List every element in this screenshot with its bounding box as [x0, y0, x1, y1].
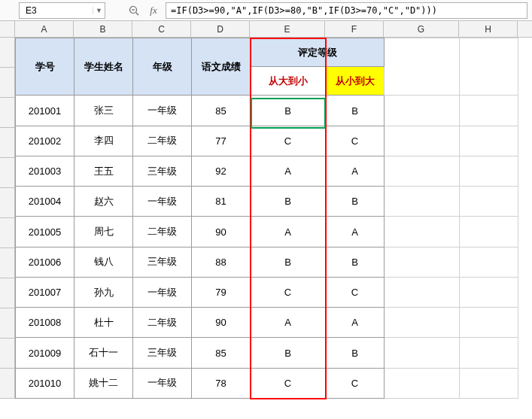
cell-E7[interactable]: A — [251, 217, 326, 247]
cell-empty[interactable] — [385, 187, 460, 217]
cell-empty[interactable] — [460, 187, 518, 217]
cell-grade[interactable]: 二年级 — [133, 308, 192, 338]
cell-empty[interactable] — [460, 126, 518, 156]
cell-empty[interactable] — [385, 247, 460, 277]
cell-id[interactable]: 201004 — [16, 187, 74, 217]
fx-icon[interactable]: fx — [147, 5, 160, 17]
cell-score[interactable]: 90 — [192, 217, 251, 247]
cell-grade[interactable]: 三年级 — [133, 156, 192, 186]
cell-E10[interactable]: A — [251, 308, 326, 338]
header-grade[interactable]: 年级 — [133, 38, 192, 96]
cell-id[interactable]: 201010 — [16, 368, 74, 398]
col-header-F[interactable]: F — [325, 21, 384, 37]
header-name[interactable]: 学生姓名 — [74, 38, 133, 96]
row-header-2[interactable] — [0, 68, 14, 98]
formula-input[interactable]: =IF(D3>=90,"A",IF(D3>=80,"B",IF(D3>=70,"… — [166, 2, 527, 19]
row-header-5[interactable] — [0, 158, 14, 188]
row-header-7[interactable] — [0, 218, 14, 248]
cell-empty[interactable] — [385, 217, 460, 247]
cell-E6[interactable]: B — [251, 187, 326, 217]
cell-score[interactable]: 92 — [192, 156, 251, 186]
cell-name[interactable]: 张三 — [74, 96, 133, 126]
cell-empty[interactable] — [385, 308, 460, 338]
col-header-A[interactable]: A — [15, 21, 74, 37]
cell-empty[interactable] — [385, 156, 460, 186]
cell-score[interactable]: 81 — [192, 187, 251, 217]
cell-empty[interactable] — [460, 247, 518, 277]
select-all-corner[interactable] — [0, 21, 15, 37]
cell-name[interactable]: 孙九 — [74, 277, 133, 307]
cell-id[interactable]: 201003 — [16, 156, 74, 186]
cell-F12[interactable]: C — [326, 368, 385, 398]
row-header-9[interactable] — [0, 278, 14, 308]
cell-F11[interactable]: B — [326, 338, 385, 368]
cell-E4[interactable]: C — [251, 126, 326, 156]
zoom-out-icon[interactable] — [128, 5, 140, 17]
header-asc[interactable]: 从小到大 — [326, 67, 385, 96]
cell-name[interactable]: 王五 — [74, 156, 133, 186]
cell-name[interactable]: 石十一 — [74, 338, 133, 368]
header-merged[interactable]: 评定等级 — [251, 38, 385, 67]
cell-grade[interactable]: 一年级 — [133, 96, 192, 126]
cell-empty[interactable] — [460, 338, 518, 368]
col-header-B[interactable]: B — [74, 21, 132, 37]
col-header-G[interactable]: G — [384, 21, 459, 37]
cell-E3[interactable]: B — [251, 96, 326, 126]
cell-name[interactable]: 赵六 — [74, 187, 133, 217]
cell-empty[interactable] — [460, 217, 518, 247]
cell-id[interactable]: 201002 — [16, 126, 74, 156]
cell-empty[interactable] — [385, 338, 460, 368]
cell-id[interactable]: 201006 — [16, 247, 74, 277]
cell-score[interactable]: 90 — [192, 308, 251, 338]
col-header-H[interactable]: H — [459, 21, 518, 37]
header-score[interactable]: 语文成绩 — [192, 38, 251, 96]
cell-empty[interactable] — [385, 277, 460, 307]
cell-empty[interactable] — [385, 368, 460, 398]
row-header-3[interactable] — [0, 98, 14, 128]
col-header-C[interactable]: C — [132, 21, 191, 37]
cell-empty[interactable] — [385, 126, 460, 156]
cell-F5[interactable]: A — [326, 156, 385, 186]
col-header-E[interactable]: E — [250, 21, 325, 37]
cell-empty[interactable] — [460, 308, 518, 338]
col-header-D[interactable]: D — [191, 21, 250, 37]
cell-empty[interactable] — [460, 156, 518, 186]
cell-score[interactable]: 78 — [192, 368, 251, 398]
cell-F9[interactable]: C — [326, 277, 385, 307]
header-desc[interactable]: 从大到小 — [251, 67, 326, 96]
row-header-6[interactable] — [0, 188, 14, 218]
cell-F6[interactable]: B — [326, 187, 385, 217]
cell-H1[interactable] — [460, 38, 518, 96]
cell-id[interactable]: 201001 — [16, 96, 74, 126]
cell-F8[interactable]: B — [326, 247, 385, 277]
cell-id[interactable]: 201007 — [16, 277, 74, 307]
cell-grade[interactable]: 二年级 — [133, 126, 192, 156]
row-header-1[interactable] — [0, 38, 14, 68]
cell-id[interactable]: 201005 — [16, 217, 74, 247]
cell-name[interactable]: 杜十 — [74, 308, 133, 338]
row-header-4[interactable] — [0, 128, 14, 158]
cell-F10[interactable]: A — [326, 308, 385, 338]
cell-E8[interactable]: B — [251, 247, 326, 277]
cell-name[interactable]: 李四 — [74, 126, 133, 156]
cell-E12[interactable]: C — [251, 368, 326, 398]
cell-grade[interactable]: 一年级 — [133, 368, 192, 398]
cell-score[interactable]: 88 — [192, 247, 251, 277]
row-header-8[interactable] — [0, 248, 14, 278]
cell-G1[interactable] — [385, 38, 460, 96]
cell-grade[interactable]: 一年级 — [133, 187, 192, 217]
cell-score[interactable]: 85 — [192, 96, 251, 126]
row-header-11[interactable] — [0, 339, 14, 369]
cell-score[interactable]: 85 — [192, 338, 251, 368]
cell-grade[interactable]: 一年级 — [133, 277, 192, 307]
row-header-10[interactable] — [0, 308, 14, 339]
cell-F3[interactable]: B — [326, 96, 385, 126]
chevron-down-icon[interactable]: ▼ — [93, 7, 105, 14]
cell-score[interactable]: 79 — [192, 277, 251, 307]
header-id[interactable]: 学号 — [16, 38, 74, 96]
cell-score[interactable]: 77 — [192, 126, 251, 156]
cell-E11[interactable]: B — [251, 338, 326, 368]
cell-E9[interactable]: C — [251, 277, 326, 307]
cell-name[interactable]: 钱八 — [74, 247, 133, 277]
cell-grade[interactable]: 三年级 — [133, 338, 192, 368]
